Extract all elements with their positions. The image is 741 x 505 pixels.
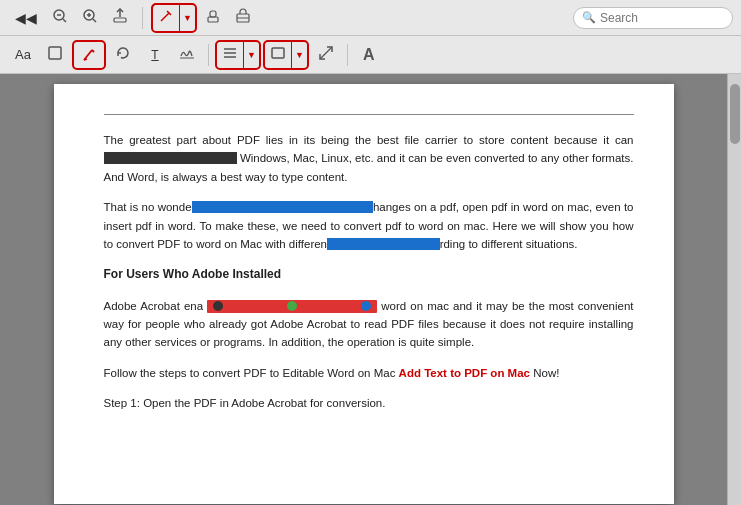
nav-group: ◀◀	[8, 5, 134, 31]
font-button[interactable]: A	[354, 41, 384, 69]
paragraph-1: The greatest part about PDF lies in its …	[104, 131, 634, 186]
svg-rect-11	[208, 17, 218, 22]
svg-line-18	[84, 59, 87, 60]
divider	[104, 114, 634, 115]
pen-tool-button[interactable]	[153, 9, 179, 26]
correction-button[interactable]: T	[140, 41, 170, 69]
stamp-icon	[205, 8, 221, 27]
pen-tool-group: ▼	[151, 3, 197, 33]
svg-rect-15	[49, 47, 61, 59]
briefcase-icon	[235, 8, 251, 27]
signature-button[interactable]	[172, 41, 202, 69]
rect-tool-group: ▼	[263, 40, 309, 70]
red-pen-button[interactable]	[72, 40, 106, 70]
zoom-out-icon	[52, 8, 68, 27]
zoom-in-icon	[82, 8, 98, 27]
paragraph-2: That is no wonde hanges on a pdf, open p…	[104, 198, 634, 253]
checkbox-button[interactable]	[40, 41, 70, 69]
rotate-icon	[116, 46, 130, 63]
scrollbar[interactable]	[727, 74, 741, 505]
annotation-group: ▼	[151, 3, 257, 33]
svg-line-6	[93, 19, 96, 22]
scroll-thumb[interactable]	[730, 84, 740, 144]
para2-highlight1	[192, 201, 373, 213]
svg-rect-23	[272, 48, 284, 58]
correction-icon: T	[151, 48, 158, 62]
para1-text-start: The greatest part about PDF lies in its …	[104, 134, 634, 146]
rect-button[interactable]	[265, 47, 291, 62]
heading-text: For Users Who Adobe Installed	[104, 267, 282, 281]
sep2	[208, 44, 209, 66]
redaction-dot-center	[287, 301, 297, 311]
para4-link[interactable]: Add Text to PDF on Mac	[399, 367, 530, 379]
zoom-out-button[interactable]	[46, 5, 74, 31]
text-size-label: Aa	[15, 47, 31, 62]
svg-line-2	[63, 19, 66, 22]
search-box[interactable]: 🔍	[573, 7, 733, 29]
font-icon: A	[363, 46, 375, 64]
para2-text-end: rding to different situations.	[440, 238, 578, 250]
search-input[interactable]	[600, 11, 724, 25]
sep1	[142, 7, 143, 29]
export-button[interactable]	[106, 5, 134, 31]
svg-rect-7	[114, 18, 126, 22]
para4-text-end: Now!	[530, 367, 559, 379]
stamp-button[interactable]	[199, 5, 227, 31]
section-heading: For Users Who Adobe Installed	[104, 265, 634, 284]
svg-line-16	[84, 50, 92, 60]
nav-back-icon: ◀◀	[15, 10, 37, 26]
search-icon: 🔍	[582, 11, 596, 24]
nav-back-button[interactable]: ◀◀	[8, 5, 44, 31]
zoom-in-button[interactable]	[76, 5, 104, 31]
para4-text-start: Follow the steps to convert PDF to Edita…	[104, 367, 399, 379]
toolbar-second: Aa T	[0, 36, 741, 74]
svg-line-10	[161, 19, 163, 21]
para1-redacted	[104, 152, 237, 164]
sep3	[347, 44, 348, 66]
export-icon	[112, 8, 128, 27]
para5-text: Step 1: Open the PDF in Adobe Acrobat fo…	[104, 397, 386, 409]
redaction-dot-right	[361, 301, 371, 311]
align-button[interactable]	[217, 47, 243, 62]
text-size-button[interactable]: Aa	[8, 41, 38, 69]
briefcase-button[interactable]	[229, 5, 257, 31]
redaction-dot-left	[213, 301, 223, 311]
pdf-page: The greatest part about PDF lies in its …	[54, 84, 674, 504]
svg-line-24	[320, 47, 332, 59]
svg-rect-12	[210, 11, 216, 17]
paragraph-5: Step 1: Open the PDF in Adobe Acrobat fo…	[104, 394, 634, 412]
redaction-bar	[207, 300, 377, 313]
para3-text-start: Adobe Acrobat ena	[104, 300, 204, 312]
rotate-button[interactable]	[108, 41, 138, 69]
resize-icon	[319, 46, 333, 63]
paragraph-3: Adobe Acrobat ena word on mac and it may…	[104, 297, 634, 352]
para2-text-start: That is no wonde	[104, 201, 192, 213]
pen-tool-dropdown[interactable]: ▼	[179, 5, 195, 31]
align-tool-group: ▼	[215, 40, 261, 70]
pdf-container[interactable]: The greatest part about PDF lies in its …	[0, 74, 727, 505]
signature-icon	[179, 46, 195, 63]
svg-line-17	[92, 50, 94, 52]
paragraph-4: Follow the steps to convert PDF to Edita…	[104, 364, 634, 382]
main-area: The greatest part about PDF lies in its …	[0, 74, 741, 505]
checkbox-icon	[48, 46, 62, 63]
align-dropdown[interactable]: ▼	[243, 42, 259, 68]
toolbar-top: ◀◀	[0, 0, 741, 36]
para2-highlight2	[327, 238, 440, 250]
rect-dropdown[interactable]: ▼	[291, 42, 307, 68]
resize-button[interactable]	[311, 41, 341, 69]
